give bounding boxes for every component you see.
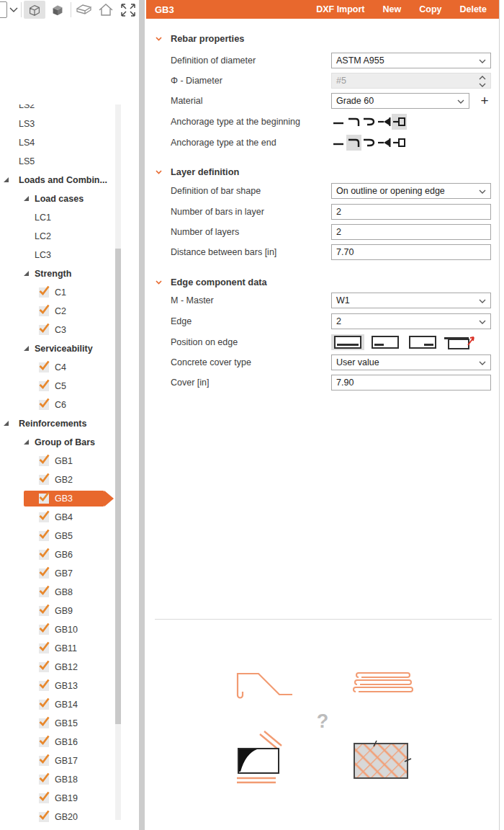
tree-item-gb8[interactable]: GB8	[0, 584, 117, 600]
copy-button[interactable]: Copy	[419, 4, 441, 14]
tree-item-gb13[interactable]: GB13	[0, 678, 117, 694]
expander-icon[interactable]	[24, 271, 29, 276]
spinner-arrows-icon[interactable]	[479, 75, 486, 88]
expander-icon[interactable]	[24, 196, 29, 201]
concrete-cover-type-select[interactable]: User value	[331, 354, 491, 370]
position-offset-button[interactable]	[444, 334, 477, 350]
tree-item-gb9[interactable]: GB9	[0, 603, 117, 619]
expander-icon[interactable]	[4, 421, 9, 426]
tree-item-gb12[interactable]: GB12	[0, 659, 117, 675]
checkbox[interactable]	[39, 737, 49, 747]
position-left-end-button[interactable]	[369, 334, 402, 350]
tree-item-gb16[interactable]: GB16	[0, 734, 117, 750]
checkbox[interactable]	[39, 606, 49, 616]
tree-item-gb15[interactable]: GB15	[0, 715, 117, 731]
section-view-button[interactable]	[73, 1, 95, 19]
expander-icon[interactable]	[24, 346, 29, 351]
position-right-end-button[interactable]	[406, 334, 439, 350]
checkbox[interactable]	[39, 625, 49, 635]
anchor-plate-button[interactable]	[392, 114, 407, 130]
solid-cube-button[interactable]	[47, 1, 68, 19]
anchor-welded-bar-button[interactable]	[377, 114, 392, 130]
checkbox[interactable]	[39, 494, 49, 504]
tree-item-gb11[interactable]: GB11	[0, 641, 117, 656]
anchor-straight-button[interactable]	[331, 135, 346, 151]
tree-item-c3[interactable]: C3	[0, 322, 117, 338]
dxf-import-button[interactable]: DXF Import	[316, 4, 364, 14]
add-material-button[interactable]: +	[477, 92, 492, 110]
checkbox[interactable]	[39, 456, 49, 466]
zoom-fit-button[interactable]	[117, 1, 139, 19]
checkbox[interactable]	[39, 550, 49, 560]
checkbox[interactable]	[39, 775, 49, 785]
checkbox[interactable]	[39, 643, 49, 653]
definition-of-diameter-select[interactable]: ASTM A955	[331, 53, 491, 68]
bars-in-layer-input[interactable]: 2	[331, 204, 491, 220]
tree-item-gb17[interactable]: GB17	[0, 753, 117, 769]
tree-item-ls5[interactable]: LS5	[0, 153, 117, 169]
tree-item-gb14[interactable]: GB14	[0, 697, 117, 713]
tree-item-c1[interactable]: C1	[0, 285, 117, 300]
tree-item-gb7[interactable]: GB7	[0, 566, 117, 581]
tree-item-ls3[interactable]: LS3	[0, 116, 117, 132]
checkbox[interactable]	[39, 568, 49, 579]
tree-item-group-of-bars[interactable]: Group of Bars	[0, 434, 117, 450]
tree-item-reinforcements[interactable]: Reinforcements	[0, 416, 117, 432]
checkbox[interactable]	[39, 756, 49, 766]
checkbox[interactable]	[39, 362, 49, 372]
tree-item-serviceability[interactable]: Serviceability	[0, 341, 117, 357]
checkbox[interactable]	[39, 700, 49, 710]
anchor-hook-button[interactable]	[361, 114, 377, 130]
anchor-welded-bar-button[interactable]	[377, 135, 392, 151]
anchor-hook-button[interactable]	[361, 135, 377, 151]
tree-item-c5[interactable]: C5	[0, 378, 117, 394]
bar-shape-select[interactable]: On outline or opening edge	[331, 183, 491, 199]
tree-item-gb20[interactable]: GB20	[0, 809, 117, 825]
checkbox[interactable]	[39, 662, 49, 672]
edge-select[interactable]: 2	[331, 313, 491, 329]
checkbox[interactable]	[39, 325, 49, 335]
anchor-bend-button[interactable]	[346, 114, 361, 130]
material-select[interactable]: Grade 60	[331, 93, 469, 109]
tree-item-c6[interactable]: C6	[0, 397, 117, 413]
delete-button[interactable]: Delete	[459, 4, 487, 14]
checkbox[interactable]	[39, 475, 49, 485]
tree-item-gb18[interactable]: GB18	[0, 772, 117, 787]
anchor-bend-button[interactable]	[346, 135, 361, 151]
tree-item-gb4[interactable]: GB4	[0, 509, 117, 525]
tree-item-gb19[interactable]: GB19	[0, 790, 117, 806]
wireframe-cube-button[interactable]	[24, 1, 45, 19]
tree-item-gb6[interactable]: GB6	[0, 547, 117, 563]
tree-item-gb10[interactable]: GB10	[0, 622, 117, 638]
cover-input[interactable]: 7.90	[331, 375, 491, 391]
checkbox[interactable]	[39, 812, 49, 822]
master-select[interactable]: W1	[331, 293, 491, 308]
tree-item-lc3[interactable]: LC3	[0, 247, 117, 263]
tree-item-ls2[interactable]: LS2	[0, 104, 117, 113]
tree-item-lc2[interactable]: LC2	[0, 228, 117, 244]
checkbox[interactable]	[39, 400, 49, 410]
checkbox[interactable]	[39, 287, 49, 298]
home-view-button[interactable]	[95, 1, 117, 19]
sidebar-scrollbar-thumb[interactable]	[115, 249, 121, 724]
checkbox[interactable]	[39, 381, 49, 391]
tree-item-lc1[interactable]: LC1	[0, 210, 117, 226]
distance-between-bars-input[interactable]: 7.70	[331, 244, 491, 260]
tree-item-loads-and-combin-[interactable]: Loads and Combin...	[0, 172, 117, 188]
tree-item-c4[interactable]: C4	[0, 360, 117, 375]
tree-item-load-cases[interactable]: Load cases	[0, 191, 117, 207]
checkbox[interactable]	[39, 718, 49, 728]
checkbox[interactable]	[39, 681, 49, 691]
tree-item-strength[interactable]: Strength	[0, 266, 117, 282]
view-combo[interactable]	[0, 1, 7, 18]
chevron-down-icon[interactable]	[9, 7, 18, 12]
expander-icon[interactable]	[24, 439, 29, 445]
position-full-width-button[interactable]	[331, 334, 364, 350]
checkbox[interactable]	[39, 531, 49, 541]
number-of-layers-input[interactable]: 2	[331, 224, 491, 240]
checkbox[interactable]	[39, 587, 49, 597]
tree-item-ls4[interactable]: LS4	[0, 135, 117, 151]
checkbox[interactable]	[39, 306, 49, 316]
anchor-plate-button[interactable]	[392, 135, 407, 151]
tree-item-gb1[interactable]: GB1	[0, 453, 117, 469]
